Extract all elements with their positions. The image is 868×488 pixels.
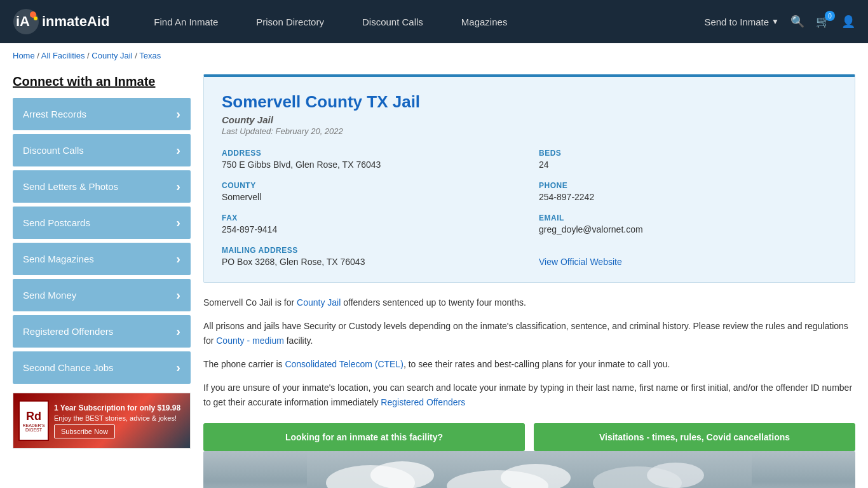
nav-right: Send to Inmate ▼ 🔍 🛒 0 👤 (704, 15, 855, 29)
arrow-icon: › (176, 288, 180, 302)
sidebar-title: Connect with an Inmate (13, 74, 191, 89)
sidebar: Connect with an Inmate Arrest Records › … (13, 74, 191, 488)
sidebar-item-arrest-records[interactable]: Arrest Records › (13, 98, 191, 130)
logo[interactable]: iA inmateAid (13, 8, 109, 35)
breadcrumb-all-facilities[interactable]: All Facilities (41, 51, 85, 60)
arrow-icon: › (176, 143, 180, 158)
breadcrumb-county-jail[interactable]: County Jail (92, 51, 132, 60)
ad-logo: Rd READER'SDIGEST (18, 400, 49, 441)
nav-discount-calls[interactable]: Discount Calls (343, 0, 442, 43)
send-to-inmate-button[interactable]: Send to Inmate ▼ (704, 17, 779, 27)
facility-type: County Jail (222, 114, 837, 125)
svg-point-3 (34, 17, 37, 20)
info-county: COUNTY Somervell (222, 181, 520, 202)
info-mailing: MAILING ADDRESS PO Box 3268, Glen Rose, … (222, 246, 520, 267)
info-email: EMAIL greg_doyle@valornet.com (539, 214, 837, 234)
facility-name: Somervell County TX Jail (222, 92, 837, 112)
ad-logo-text: Rd (26, 410, 41, 423)
svg-text:iA: iA (16, 13, 30, 29)
nav-prison-directory[interactable]: Prison Directory (237, 0, 343, 43)
arrow-icon: › (176, 252, 180, 266)
action-buttons: Looking for an inmate at this facility? … (203, 423, 855, 451)
sidebar-item-discount-calls[interactable]: Discount Calls › (13, 134, 191, 166)
cart-badge: 0 (825, 11, 835, 21)
arrow-icon: › (176, 324, 180, 339)
info-phone: PHONE 254-897-2242 (539, 181, 837, 202)
facility-info-grid: ADDRESS 750 E Gibbs Blvd, Glen Rose, TX … (222, 149, 837, 267)
arrow-icon: › (176, 360, 180, 375)
sidebar-item-send-postcards[interactable]: Send Postcards › (13, 207, 191, 239)
breadcrumb: Home / All Facilities / County Jail / Te… (0, 43, 868, 68)
main-layout: Connect with an Inmate Arrest Records › … (0, 68, 868, 488)
official-website-link[interactable]: View Official Website (539, 257, 622, 267)
sidebar-item-send-magazines[interactable]: Send Magazines › (13, 243, 191, 275)
breadcrumb-home[interactable]: Home (13, 51, 35, 60)
nav-magazines[interactable]: Magazines (442, 0, 527, 43)
registered-offenders-link[interactable]: Registered Offenders (381, 397, 465, 407)
sidebar-item-registered-offenders[interactable]: Registered Offenders › (13, 315, 191, 348)
user-icon[interactable]: 👤 (841, 15, 855, 29)
visitations-button[interactable]: Visitations - times, rules, Covid cancel… (534, 423, 855, 451)
facility-card: Somervell County TX Jail County Jail Las… (203, 74, 855, 283)
county-medium-link[interactable]: County - medium (216, 336, 284, 346)
info-beds: BEDS 24 (539, 149, 837, 170)
nav-links: Find An Inmate Prison Directory Discount… (135, 0, 704, 43)
arrow-icon: › (176, 179, 180, 194)
arrow-icon: › (176, 107, 180, 121)
sidebar-item-send-letters[interactable]: Send Letters & Photos › (13, 170, 191, 203)
sidebar-item-second-chance[interactable]: Second Chance Jobs › (13, 351, 191, 384)
ad-subscribe-button[interactable]: Subscribe Now (54, 424, 115, 438)
svg-point-6 (370, 461, 434, 488)
info-website: View Official Website (539, 246, 837, 267)
ad-content: 1 Year Subscription for only $19.98 Enjo… (54, 403, 180, 438)
facility-image (203, 451, 855, 488)
facility-description: Somervell Co Jail is for County Jail off… (203, 295, 855, 410)
sidebar-item-send-money[interactable]: Send Money › (13, 279, 191, 311)
search-icon[interactable]: 🔍 (790, 15, 804, 29)
chevron-down-icon: ▼ (771, 17, 779, 26)
breadcrumb-state[interactable]: Texas (139, 51, 161, 60)
cart-button[interactable]: 🛒 0 (816, 15, 830, 29)
ctel-link[interactable]: Consolidated Telecom (CTEL) (285, 359, 403, 369)
sidebar-ad[interactable]: Rd READER'SDIGEST 1 Year Subscription fo… (13, 393, 191, 449)
info-address: ADDRESS 750 E Gibbs Blvd, Glen Rose, TX … (222, 149, 520, 170)
navbar: iA inmateAid Find An Inmate Prison Direc… (0, 0, 868, 43)
county-jail-link[interactable]: County Jail (297, 297, 341, 308)
arrow-icon: › (176, 215, 180, 230)
content-area: Somervell County TX Jail County Jail Las… (203, 74, 855, 488)
svg-point-10 (647, 463, 704, 488)
info-fax: FAX 254-897-9414 (222, 214, 520, 234)
nav-find-inmate[interactable]: Find An Inmate (135, 0, 237, 43)
facility-updated: Last Updated: February 20, 2022 (222, 126, 837, 136)
find-inmate-button[interactable]: Looking for an inmate at this facility? (203, 423, 525, 451)
logo-text: inmateAid (42, 13, 109, 30)
